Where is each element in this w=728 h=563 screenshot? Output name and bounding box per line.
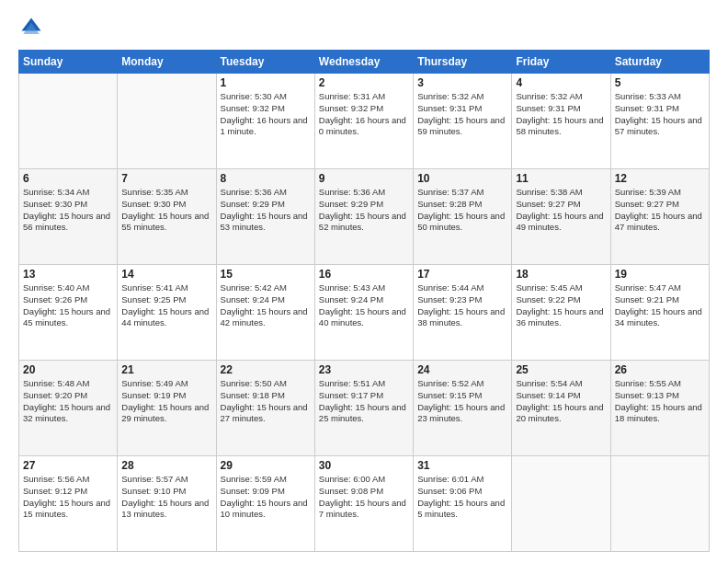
calendar-cell <box>512 456 610 552</box>
logo-icon <box>18 15 44 40</box>
day-info: Sunrise: 5:30 AM Sunset: 9:32 PM Dayligh… <box>221 91 311 138</box>
day-info: Sunrise: 5:51 AM Sunset: 9:17 PM Dayligh… <box>319 378 409 425</box>
weekday-header-saturday: Saturday <box>610 51 709 74</box>
day-info: Sunrise: 5:37 AM Sunset: 9:28 PM Dayligh… <box>417 187 507 234</box>
day-info: Sunrise: 5:45 AM Sunset: 9:22 PM Dayligh… <box>516 282 606 329</box>
week-row-5: 27Sunrise: 5:56 AM Sunset: 9:12 PM Dayli… <box>19 456 710 552</box>
weekday-header-friday: Friday <box>512 51 610 74</box>
calendar-cell: 25Sunrise: 5:54 AM Sunset: 9:14 PM Dayli… <box>512 361 610 456</box>
day-number: 15 <box>221 268 311 281</box>
day-info: Sunrise: 5:39 AM Sunset: 9:27 PM Dayligh… <box>615 187 705 234</box>
calendar-cell: 16Sunrise: 5:43 AM Sunset: 9:24 PM Dayli… <box>314 265 413 361</box>
weekday-header-row: SundayMondayTuesdayWednesdayThursdayFrid… <box>19 51 710 74</box>
day-info: Sunrise: 5:44 AM Sunset: 9:23 PM Dayligh… <box>417 282 507 329</box>
calendar-cell: 6Sunrise: 5:34 AM Sunset: 9:30 PM Daylig… <box>19 169 118 265</box>
calendar-cell: 4Sunrise: 5:32 AM Sunset: 9:31 PM Daylig… <box>512 74 610 169</box>
calendar-cell: 31Sunrise: 6:01 AM Sunset: 9:06 PM Dayli… <box>414 456 512 552</box>
logo <box>18 15 48 40</box>
day-info: Sunrise: 5:36 AM Sunset: 9:29 PM Dayligh… <box>221 187 311 234</box>
calendar-cell: 12Sunrise: 5:39 AM Sunset: 9:27 PM Dayli… <box>610 169 709 265</box>
weekday-header-tuesday: Tuesday <box>216 51 314 74</box>
calendar-cell: 9Sunrise: 5:36 AM Sunset: 9:29 PM Daylig… <box>314 169 413 265</box>
day-info: Sunrise: 5:38 AM Sunset: 9:27 PM Dayligh… <box>516 187 606 234</box>
day-number: 2 <box>319 76 409 89</box>
day-info: Sunrise: 6:00 AM Sunset: 9:08 PM Dayligh… <box>319 474 409 521</box>
day-info: Sunrise: 5:40 AM Sunset: 9:26 PM Dayligh… <box>23 282 113 329</box>
day-number: 3 <box>417 76 507 89</box>
day-number: 14 <box>121 268 211 281</box>
page: SundayMondayTuesdayWednesdayThursdayFrid… <box>0 0 728 563</box>
calendar-cell: 8Sunrise: 5:36 AM Sunset: 9:29 PM Daylig… <box>216 169 314 265</box>
day-info: Sunrise: 5:42 AM Sunset: 9:24 PM Dayligh… <box>221 282 311 329</box>
day-number: 4 <box>516 76 606 89</box>
calendar-cell: 2Sunrise: 5:31 AM Sunset: 9:32 PM Daylig… <box>314 74 413 169</box>
day-number: 25 <box>516 363 606 376</box>
day-info: Sunrise: 5:36 AM Sunset: 9:29 PM Dayligh… <box>319 187 409 234</box>
day-number: 12 <box>615 172 705 185</box>
calendar-cell: 18Sunrise: 5:45 AM Sunset: 9:22 PM Dayli… <box>512 265 610 361</box>
day-info: Sunrise: 5:32 AM Sunset: 9:31 PM Dayligh… <box>516 91 606 138</box>
week-row-2: 6Sunrise: 5:34 AM Sunset: 9:30 PM Daylig… <box>19 169 710 265</box>
week-row-1: 1Sunrise: 5:30 AM Sunset: 9:32 PM Daylig… <box>19 74 710 169</box>
calendar-cell: 13Sunrise: 5:40 AM Sunset: 9:26 PM Dayli… <box>19 265 118 361</box>
day-number: 27 <box>23 459 113 472</box>
calendar-cell: 15Sunrise: 5:42 AM Sunset: 9:24 PM Dayli… <box>216 265 314 361</box>
week-row-4: 20Sunrise: 5:48 AM Sunset: 9:20 PM Dayli… <box>19 361 710 456</box>
calendar-cell: 7Sunrise: 5:35 AM Sunset: 9:30 PM Daylig… <box>118 169 216 265</box>
calendar-cell: 26Sunrise: 5:55 AM Sunset: 9:13 PM Dayli… <box>610 361 709 456</box>
day-info: Sunrise: 5:41 AM Sunset: 9:25 PM Dayligh… <box>121 282 211 329</box>
day-number: 30 <box>319 459 409 472</box>
day-number: 17 <box>417 268 507 281</box>
day-info: Sunrise: 6:01 AM Sunset: 9:06 PM Dayligh… <box>417 474 507 521</box>
day-info: Sunrise: 5:47 AM Sunset: 9:21 PM Dayligh… <box>615 282 705 329</box>
calendar-cell: 21Sunrise: 5:49 AM Sunset: 9:19 PM Dayli… <box>118 361 216 456</box>
day-number: 1 <box>221 76 311 89</box>
weekday-header-wednesday: Wednesday <box>314 51 413 74</box>
day-info: Sunrise: 5:59 AM Sunset: 9:09 PM Dayligh… <box>221 474 311 521</box>
calendar-cell: 19Sunrise: 5:47 AM Sunset: 9:21 PM Dayli… <box>610 265 709 361</box>
day-info: Sunrise: 5:56 AM Sunset: 9:12 PM Dayligh… <box>23 474 113 521</box>
weekday-header-monday: Monday <box>118 51 216 74</box>
calendar-cell: 24Sunrise: 5:52 AM Sunset: 9:15 PM Dayli… <box>414 361 512 456</box>
day-number: 26 <box>615 363 705 376</box>
day-info: Sunrise: 5:54 AM Sunset: 9:14 PM Dayligh… <box>516 378 606 425</box>
day-number: 10 <box>417 172 507 185</box>
day-number: 9 <box>319 172 409 185</box>
week-row-3: 13Sunrise: 5:40 AM Sunset: 9:26 PM Dayli… <box>19 265 710 361</box>
day-number: 20 <box>23 363 113 376</box>
day-info: Sunrise: 5:55 AM Sunset: 9:13 PM Dayligh… <box>615 378 705 425</box>
calendar-cell: 5Sunrise: 5:33 AM Sunset: 9:31 PM Daylig… <box>610 74 709 169</box>
calendar-cell: 14Sunrise: 5:41 AM Sunset: 9:25 PM Dayli… <box>118 265 216 361</box>
day-number: 23 <box>319 363 409 376</box>
calendar-cell <box>19 74 118 169</box>
calendar-cell: 10Sunrise: 5:37 AM Sunset: 9:28 PM Dayli… <box>414 169 512 265</box>
day-number: 13 <box>23 268 113 281</box>
calendar-cell: 30Sunrise: 6:00 AM Sunset: 9:08 PM Dayli… <box>314 456 413 552</box>
day-info: Sunrise: 5:35 AM Sunset: 9:30 PM Dayligh… <box>121 187 211 234</box>
day-info: Sunrise: 5:43 AM Sunset: 9:24 PM Dayligh… <box>319 282 409 329</box>
day-number: 31 <box>417 459 507 472</box>
calendar-cell: 29Sunrise: 5:59 AM Sunset: 9:09 PM Dayli… <box>216 456 314 552</box>
calendar-cell: 17Sunrise: 5:44 AM Sunset: 9:23 PM Dayli… <box>414 265 512 361</box>
day-info: Sunrise: 5:48 AM Sunset: 9:20 PM Dayligh… <box>23 378 113 425</box>
day-info: Sunrise: 5:31 AM Sunset: 9:32 PM Dayligh… <box>319 91 409 138</box>
calendar-cell <box>118 74 216 169</box>
day-info: Sunrise: 5:52 AM Sunset: 9:15 PM Dayligh… <box>417 378 507 425</box>
calendar-cell: 3Sunrise: 5:32 AM Sunset: 9:31 PM Daylig… <box>414 74 512 169</box>
calendar-cell: 23Sunrise: 5:51 AM Sunset: 9:17 PM Dayli… <box>314 361 413 456</box>
calendar-cell: 22Sunrise: 5:50 AM Sunset: 9:18 PM Dayli… <box>216 361 314 456</box>
day-info: Sunrise: 5:34 AM Sunset: 9:30 PM Dayligh… <box>23 187 113 234</box>
day-number: 19 <box>615 268 705 281</box>
day-info: Sunrise: 5:49 AM Sunset: 9:19 PM Dayligh… <box>121 378 211 425</box>
calendar-cell: 11Sunrise: 5:38 AM Sunset: 9:27 PM Dayli… <box>512 169 610 265</box>
calendar-cell: 27Sunrise: 5:56 AM Sunset: 9:12 PM Dayli… <box>19 456 118 552</box>
day-info: Sunrise: 5:32 AM Sunset: 9:31 PM Dayligh… <box>417 91 507 138</box>
day-number: 28 <box>121 459 211 472</box>
day-number: 11 <box>516 172 606 185</box>
day-number: 8 <box>221 172 311 185</box>
day-info: Sunrise: 5:33 AM Sunset: 9:31 PM Dayligh… <box>615 91 705 138</box>
calendar-table: SundayMondayTuesdayWednesdayThursdayFrid… <box>18 50 710 552</box>
day-info: Sunrise: 5:50 AM Sunset: 9:18 PM Dayligh… <box>221 378 311 425</box>
day-number: 21 <box>121 363 211 376</box>
weekday-header-sunday: Sunday <box>19 51 118 74</box>
